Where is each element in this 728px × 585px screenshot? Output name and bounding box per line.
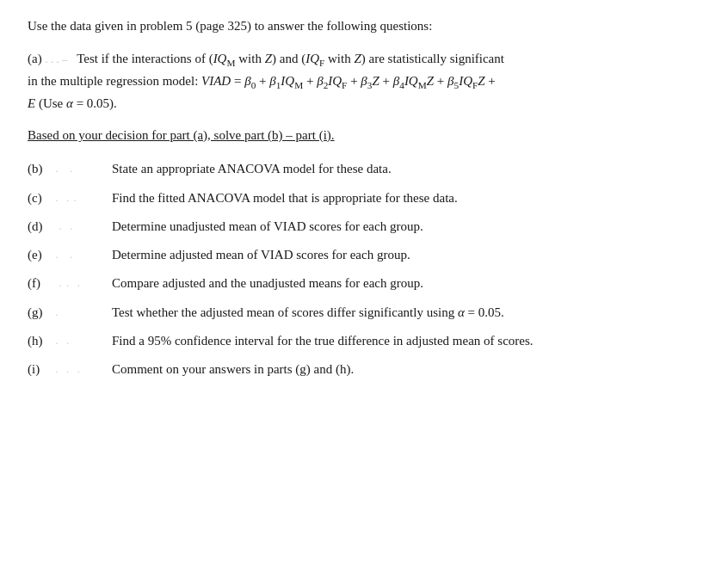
part-i-text: Comment on your answers in parts (g) and…: [112, 360, 700, 379]
part-h-label: (h): [28, 331, 52, 351]
parts-list: (b) . . State an appropriate ANACOVA mod…: [28, 159, 700, 379]
part-f-row: (f) . . . Compare adjusted and the unadj…: [28, 274, 700, 293]
part-a-block: (a) . . . – Test if the interactions of …: [28, 48, 700, 114]
page-content: Use the data given in problem 5 (page 32…: [28, 15, 700, 379]
part-d-label: (d): [28, 217, 52, 237]
part-b-row: (b) . . State an appropriate ANACOVA mod…: [28, 159, 700, 179]
part-i-label: (i): [28, 360, 52, 379]
part-i-dots: . . .: [52, 360, 112, 378]
part-c-label: (c): [28, 188, 52, 208]
part-h-row: (h) . . Find a 95% confidence interval f…: [28, 331, 700, 351]
part-c-dots: . . .: [52, 188, 112, 206]
part-d-row: (d) . . Determine unadjusted mean of VIA…: [28, 217, 700, 237]
part-a-text: Test if the interactions of (IQM with Z)…: [77, 52, 504, 65]
part-c-row: (c) . . . Find the fitted ANACOVA model …: [28, 188, 700, 208]
part-a-label: (a): [28, 52, 42, 65]
part-e-label: (e): [28, 245, 52, 265]
part-i-row: (i) . . . Comment on your answers in par…: [28, 360, 700, 379]
part-f-label: (f): [28, 274, 52, 293]
part-f-dots: . . .: [52, 274, 112, 292]
part-g-text: Test whether the adjusted mean of scores…: [112, 303, 700, 323]
part-h-dots: . .: [52, 331, 112, 349]
part-d-dots: . .: [52, 217, 112, 235]
part-e-text: Determine adjusted mean of VIAD scores f…: [112, 245, 700, 265]
instruction-block: Based on your decision for part (a), sol…: [28, 126, 700, 145]
intro-paragraph: Use the data given in problem 5 (page 32…: [28, 15, 700, 36]
part-a-dots-inline: . . . –: [45, 52, 70, 65]
part-b-dots: . .: [52, 159, 112, 177]
instruction-text: Based on your decision for part (a), sol…: [28, 126, 700, 145]
part-g-dots: .: [52, 303, 112, 321]
part-e-dots: . .: [52, 245, 112, 263]
part-h-text: Find a 95% confidence interval for the t…: [112, 331, 700, 351]
part-a-equation: in the multiple regression model: VIAD =…: [28, 74, 496, 88]
intro-line1: Use the data given in problem 5 (page 32…: [28, 19, 432, 33]
part-c-text: Find the fitted ANACOVA model that is ap…: [112, 188, 700, 208]
part-b-text: State an appropriate ANACOVA model for t…: [112, 159, 700, 179]
part-g-row: (g) . Test whether the adjusted mean of …: [28, 303, 700, 323]
part-d-text: Determine unadjusted mean of VIAD scores…: [112, 217, 700, 237]
part-b-label: (b): [28, 159, 52, 179]
part-g-label: (g): [28, 303, 52, 323]
part-f-text: Compare adjusted and the unadjusted mean…: [112, 274, 700, 293]
part-e-row: (e) . . Determine adjusted mean of VIAD …: [28, 245, 700, 265]
part-a-alpha: E (Use α = 0.05).: [28, 96, 117, 110]
